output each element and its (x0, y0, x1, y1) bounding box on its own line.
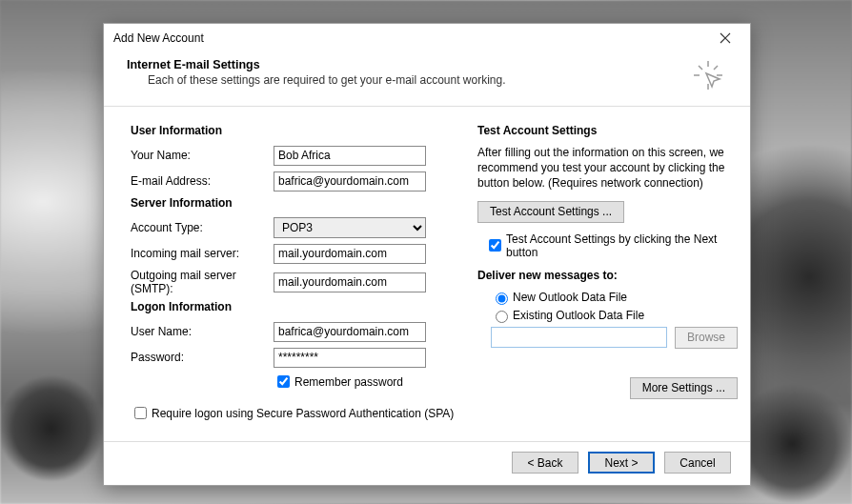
auto-test-label: Test Account Settings by clicking the Ne… (506, 232, 738, 259)
dialog-title: Add New Account (113, 31, 706, 45)
deliver-new-label: New Outlook Data File (513, 291, 627, 304)
spa-label: Require logon using Secure Password Auth… (152, 407, 454, 420)
password-label: Password: (131, 351, 274, 364)
add-account-dialog: Add New Account Internet E-mail Settings… (103, 23, 751, 486)
browse-button[interactable]: Browse (675, 327, 738, 349)
remember-password-checkbox[interactable] (277, 375, 290, 388)
test-heading: Test Account Settings (477, 124, 738, 137)
your-name-input[interactable] (274, 146, 426, 166)
your-name-label: Your Name: (131, 149, 274, 162)
existing-file-path-input[interactable] (491, 327, 667, 348)
back-button[interactable]: < Back (512, 452, 578, 474)
test-description: After filling out the information on thi… (477, 145, 738, 192)
dialog-footer: < Back Next > Cancel (104, 441, 750, 485)
account-type-label: Account Type: (131, 221, 274, 234)
deliver-existing-label: Existing Outlook Data File (513, 309, 644, 322)
cursor-click-icon (691, 58, 725, 92)
close-icon (720, 32, 731, 44)
outgoing-input[interactable] (274, 272, 426, 292)
server-info-heading: Server Information (131, 196, 455, 210)
header-heading: Internet E-mail Settings (127, 58, 691, 71)
more-settings-button[interactable]: More Settings ... (630, 377, 738, 399)
test-account-button[interactable]: Test Account Settings ... (477, 201, 624, 223)
dialog-header: Internet E-mail Settings Each of these s… (104, 52, 750, 107)
auto-test-checkbox[interactable] (489, 239, 501, 252)
cancel-button[interactable]: Cancel (664, 452, 731, 474)
titlebar: Add New Account (104, 24, 750, 52)
header-subtitle: Each of these settings are required to g… (148, 73, 691, 87)
remember-password-label: Remember password (294, 375, 403, 389)
email-input[interactable] (274, 171, 426, 192)
outgoing-label: Outgoing mail server (SMTP): (131, 269, 274, 295)
username-input[interactable] (274, 322, 426, 342)
logon-info-heading: Logon Information (131, 300, 455, 313)
deliver-heading: Deliver new messages to: (477, 269, 738, 282)
close-button[interactable] (706, 25, 744, 51)
incoming-input[interactable] (274, 244, 426, 264)
spa-checkbox[interactable] (134, 407, 147, 419)
username-label: User Name: (131, 325, 274, 338)
account-type-select[interactable]: POP3 (274, 217, 426, 238)
deliver-new-radio[interactable] (496, 292, 508, 305)
email-label: E-mail Address: (131, 174, 274, 188)
next-button[interactable]: Next > (588, 452, 655, 474)
user-info-heading: User Information (131, 124, 455, 137)
deliver-existing-radio[interactable] (496, 311, 508, 323)
password-input[interactable] (274, 348, 426, 368)
incoming-label: Incoming mail server: (131, 247, 274, 260)
